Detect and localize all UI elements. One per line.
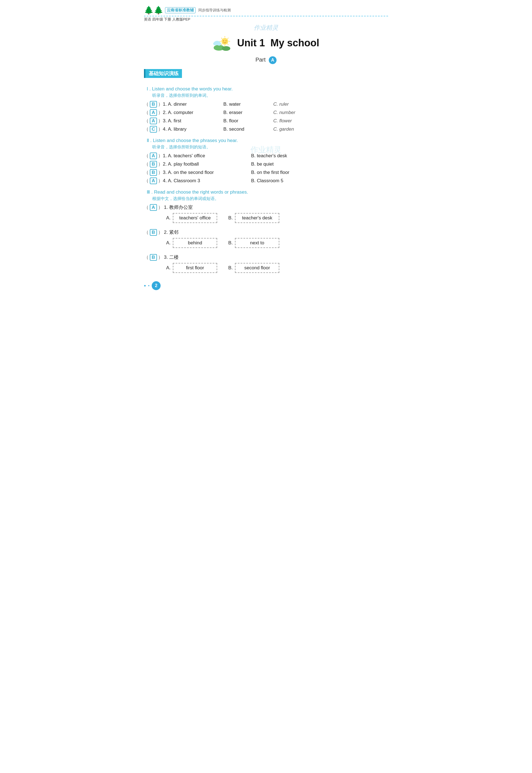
answer-III-3: B bbox=[150, 254, 157, 261]
list-item: （ A ） 1. 教师办公室 A. teachers' office B. te… bbox=[144, 204, 388, 223]
part-row: Part A bbox=[144, 56, 388, 64]
svg-line-8 bbox=[227, 44, 228, 45]
svg-point-12 bbox=[226, 40, 226, 41]
logo-area: 🌲🌲 云南省标准教辅 同步指导训练与检测 bbox=[144, 6, 231, 15]
choice-box-b3: second floor bbox=[235, 263, 279, 273]
unit-label: Unit 1 My school bbox=[237, 37, 319, 49]
table-row: （ B ） 1. A. dinner B. water C. ruler bbox=[144, 101, 388, 108]
exercise-III-title-cn: 根据中文，选择恰当的单词或短语。 bbox=[152, 196, 388, 201]
svg-point-14 bbox=[213, 42, 217, 45]
page-number: 2 bbox=[152, 281, 161, 290]
exercise-II: Ⅱ . Listen and choose the phrases you he… bbox=[144, 138, 388, 184]
section-header-label: 基础知识演练 bbox=[144, 69, 182, 78]
part-label: Part bbox=[255, 57, 266, 63]
choice-box-a3: first floor bbox=[173, 263, 217, 273]
exercise-II-title-en: Ⅱ . Listen and choose the phrases you he… bbox=[147, 138, 388, 143]
iii-choice-a: A. behind bbox=[166, 238, 217, 248]
answer-III-1: A bbox=[150, 204, 157, 211]
answer-II-1: A bbox=[150, 153, 157, 159]
choice-box-a2: behind bbox=[173, 238, 217, 248]
exercise-III: Ⅲ . Read and choose the right words or p… bbox=[144, 189, 388, 273]
page-number-row: • • 2 bbox=[144, 281, 388, 290]
page-header: 🌲🌲 云南省标准教辅 同步指导训练与检测 bbox=[144, 6, 388, 15]
table-row: （ B ） 2. A. play football B. be quiet bbox=[144, 161, 388, 168]
watermark-text: 作业精灵 bbox=[144, 24, 388, 32]
table-row: （ A ） 4. A. Classroom 3 B. Classroom 5 bbox=[144, 178, 388, 184]
header-divider bbox=[144, 16, 388, 16]
choice-box-a: teachers' office bbox=[173, 213, 217, 223]
exercise-II-title-cn: 听录音，选择你所听到的短语。 bbox=[152, 145, 388, 150]
iii-q2-line: （ B ） 2. 紧邻 bbox=[144, 229, 388, 236]
exercise-I-title-en: I . Listen and choose the words you hear… bbox=[147, 86, 388, 92]
dot-decoration: • bbox=[144, 283, 146, 289]
choice-box-b2: next to bbox=[235, 238, 279, 248]
exercise-I-title-cn: 听录音，选择你所听到的单词。 bbox=[152, 93, 388, 98]
list-item: （ B ） 3. 二楼 A. first floor B. second flo… bbox=[144, 254, 388, 273]
dot-decoration-2: • bbox=[148, 283, 150, 288]
svg-line-10 bbox=[221, 44, 222, 45]
tree-icon: 🌲🌲 bbox=[144, 6, 163, 15]
svg-point-2 bbox=[222, 38, 228, 45]
iii-choice-b: B. next to bbox=[228, 238, 279, 248]
part-badge: A bbox=[269, 56, 277, 64]
answer-I-1: B bbox=[150, 101, 157, 108]
svg-point-15 bbox=[217, 42, 221, 45]
answer-I-3: A bbox=[150, 118, 157, 124]
unit-icon bbox=[213, 35, 232, 51]
brand-label: 云南省标准教辅 bbox=[165, 7, 196, 13]
iii-q3-choices: A. first floor B. second floor bbox=[166, 263, 388, 273]
iii-q1-choices: A. teachers' office B. teacher's desk bbox=[166, 213, 388, 223]
subtitle-text: 英语 四年级 下册 人教版PEP bbox=[144, 17, 190, 21]
list-item: （ B ） 2. 紧邻 A. behind B. next to bbox=[144, 229, 388, 248]
table-row: （ A ） 1. A. teachers' office B. teacher'… bbox=[144, 153, 388, 159]
svg-point-11 bbox=[223, 40, 224, 41]
answer-II-4: A bbox=[150, 178, 157, 184]
iii-choice-a: A. teachers' office bbox=[166, 213, 217, 223]
svg-point-1 bbox=[222, 46, 230, 51]
exercise-III-title-en: Ⅲ . Read and choose the right words or p… bbox=[147, 189, 388, 195]
table-row: （ A ） 2. A. computer B. eraser C. number bbox=[144, 109, 388, 116]
iii-choice-b: B. second floor bbox=[228, 263, 279, 273]
svg-line-7 bbox=[221, 38, 222, 39]
answer-II-3: B bbox=[150, 169, 157, 176]
iii-q1-line: （ A ） 1. 教师办公室 bbox=[144, 204, 388, 211]
choice-box-b: teacher's desk bbox=[235, 213, 279, 223]
iii-q3-line: （ B ） 3. 二楼 bbox=[144, 254, 388, 261]
svg-line-9 bbox=[227, 38, 228, 39]
unit-title-row: Unit 1 My school bbox=[144, 35, 388, 51]
answer-II-2: B bbox=[150, 161, 157, 168]
answer-I-2: A bbox=[150, 109, 157, 116]
table-row: （ C ） 4. A. library B. second C. garden bbox=[144, 126, 388, 133]
iii-q2-choices: A. behind B. next to bbox=[166, 238, 388, 248]
slogan-label: 同步指导训练与检测 bbox=[198, 8, 231, 13]
exercise-I: I . Listen and choose the words you hear… bbox=[144, 86, 388, 133]
table-row: （ A ） 3. A. first B. floor C. flower bbox=[144, 118, 388, 124]
unit-title: Unit 1 My school bbox=[237, 37, 319, 49]
iii-choice-b: B. teacher's desk bbox=[228, 213, 279, 223]
iii-choice-a: A. first floor bbox=[166, 263, 217, 273]
subtitle-row: 英语 四年级 下册 人教版PEP bbox=[144, 17, 388, 22]
answer-I-4: C bbox=[150, 126, 157, 133]
answer-III-2: B bbox=[150, 229, 157, 236]
table-row: （ B ） 3. A. on the second floor B. on th… bbox=[144, 169, 388, 176]
